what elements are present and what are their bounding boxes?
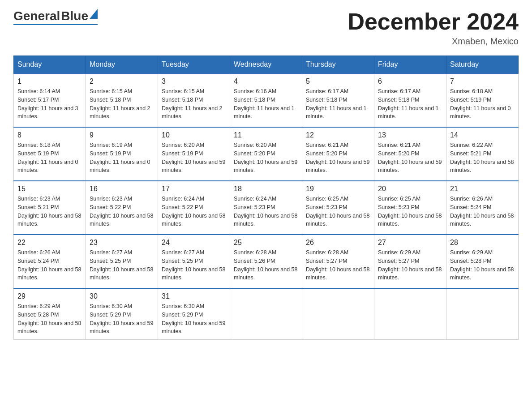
calendar-cell: 3 Sunrise: 6:15 AM Sunset: 5:18 PM Dayli…	[158, 73, 230, 127]
logo: General Blue	[13, 9, 98, 25]
day-number: 25	[234, 239, 298, 247]
calendar-cell: 15 Sunrise: 6:23 AM Sunset: 5:21 PM Dayl…	[14, 181, 86, 235]
calendar-cell: 23 Sunrise: 6:27 AM Sunset: 5:25 PM Dayl…	[86, 235, 158, 288]
day-info: Sunrise: 6:25 AM Sunset: 5:23 PM Dayligh…	[378, 195, 442, 228]
day-number: 6	[378, 77, 442, 86]
day-info: Sunrise: 6:29 AM Sunset: 5:27 PM Dayligh…	[378, 248, 442, 282]
day-number: 22	[17, 239, 82, 247]
day-info: Sunrise: 6:25 AM Sunset: 5:23 PM Dayligh…	[306, 195, 370, 228]
calendar-cell: 25 Sunrise: 6:28 AM Sunset: 5:26 PM Dayl…	[230, 235, 302, 288]
day-number: 20	[378, 185, 442, 193]
calendar-week-row: 1 Sunrise: 6:14 AM Sunset: 5:17 PM Dayli…	[14, 73, 519, 127]
calendar-cell: 22 Sunrise: 6:26 AM Sunset: 5:24 PM Dayl…	[14, 235, 86, 288]
day-info: Sunrise: 6:17 AM Sunset: 5:18 PM Dayligh…	[306, 87, 370, 121]
day-number: 9	[90, 131, 154, 139]
calendar-cell: 30 Sunrise: 6:30 AM Sunset: 5:29 PM Dayl…	[86, 288, 158, 340]
day-number: 8	[17, 131, 82, 139]
calendar-cell: 2 Sunrise: 6:15 AM Sunset: 5:18 PM Dayli…	[86, 73, 158, 127]
day-info: Sunrise: 6:26 AM Sunset: 5:24 PM Dayligh…	[17, 248, 82, 282]
day-info: Sunrise: 6:29 AM Sunset: 5:28 PM Dayligh…	[17, 302, 82, 336]
logo-general-text: General	[13, 9, 60, 23]
day-info: Sunrise: 6:28 AM Sunset: 5:26 PM Dayligh…	[234, 248, 298, 282]
day-number: 11	[234, 131, 298, 139]
day-info: Sunrise: 6:18 AM Sunset: 5:19 PM Dayligh…	[17, 141, 82, 175]
day-info: Sunrise: 6:23 AM Sunset: 5:22 PM Dayligh…	[90, 195, 154, 228]
day-info: Sunrise: 6:24 AM Sunset: 5:23 PM Dayligh…	[234, 195, 298, 228]
day-info: Sunrise: 6:20 AM Sunset: 5:19 PM Dayligh…	[162, 141, 226, 175]
day-number: 2	[90, 77, 154, 86]
month-title: December 2024	[348, 9, 519, 34]
day-number: 17	[162, 185, 226, 193]
weekday-header-saturday: Saturday	[446, 56, 519, 74]
day-info: Sunrise: 6:30 AM Sunset: 5:29 PM Dayligh…	[90, 302, 154, 336]
calendar-cell: 4 Sunrise: 6:16 AM Sunset: 5:18 PM Dayli…	[230, 73, 302, 127]
calendar-week-row: 29 Sunrise: 6:29 AM Sunset: 5:28 PM Dayl…	[14, 288, 519, 340]
calendar-cell	[446, 288, 519, 340]
calendar-cell	[374, 288, 446, 340]
day-info: Sunrise: 6:21 AM Sunset: 5:20 PM Dayligh…	[378, 141, 442, 175]
weekday-header-friday: Friday	[374, 56, 446, 74]
day-number: 3	[162, 77, 226, 86]
calendar-cell: 13 Sunrise: 6:21 AM Sunset: 5:20 PM Dayl…	[374, 127, 446, 181]
calendar-cell: 8 Sunrise: 6:18 AM Sunset: 5:19 PM Dayli…	[14, 127, 86, 181]
day-info: Sunrise: 6:15 AM Sunset: 5:18 PM Dayligh…	[162, 87, 226, 121]
page-header: General Blue December 2024 Xmaben, Mexic…	[13, 9, 519, 47]
calendar-cell: 27 Sunrise: 6:29 AM Sunset: 5:27 PM Dayl…	[374, 235, 446, 288]
day-info: Sunrise: 6:19 AM Sunset: 5:19 PM Dayligh…	[90, 141, 154, 175]
day-number: 19	[306, 185, 370, 193]
weekday-header-thursday: Thursday	[302, 56, 374, 74]
calendar-week-row: 8 Sunrise: 6:18 AM Sunset: 5:19 PM Dayli…	[14, 127, 519, 181]
weekday-header-monday: Monday	[86, 56, 158, 74]
day-info: Sunrise: 6:22 AM Sunset: 5:21 PM Dayligh…	[450, 141, 515, 175]
logo-blue-text: Blue	[61, 9, 88, 23]
day-number: 24	[162, 239, 226, 247]
calendar-cell: 6 Sunrise: 6:17 AM Sunset: 5:18 PM Dayli…	[374, 73, 446, 127]
day-number: 12	[306, 131, 370, 139]
day-number: 14	[450, 131, 515, 139]
day-number: 29	[17, 292, 82, 300]
svg-marker-0	[90, 9, 98, 19]
calendar-table: SundayMondayTuesdayWednesdayThursdayFrid…	[13, 56, 519, 340]
weekday-header-tuesday: Tuesday	[158, 56, 230, 74]
day-number: 18	[234, 185, 298, 193]
calendar-cell: 10 Sunrise: 6:20 AM Sunset: 5:19 PM Dayl…	[158, 127, 230, 181]
day-info: Sunrise: 6:24 AM Sunset: 5:22 PM Dayligh…	[162, 195, 226, 228]
title-section: December 2024 Xmaben, Mexico	[348, 9, 519, 47]
day-info: Sunrise: 6:27 AM Sunset: 5:25 PM Dayligh…	[162, 248, 226, 282]
day-number: 5	[306, 77, 370, 86]
day-number: 27	[378, 239, 442, 247]
day-number: 1	[17, 77, 82, 86]
day-number: 7	[450, 77, 515, 86]
calendar-cell: 19 Sunrise: 6:25 AM Sunset: 5:23 PM Dayl…	[302, 181, 374, 235]
day-number: 13	[378, 131, 442, 139]
weekday-header-wednesday: Wednesday	[230, 56, 302, 74]
location-subtitle: Xmaben, Mexico	[348, 36, 519, 47]
calendar-cell: 5 Sunrise: 6:17 AM Sunset: 5:18 PM Dayli…	[302, 73, 374, 127]
calendar-cell: 29 Sunrise: 6:29 AM Sunset: 5:28 PM Dayl…	[14, 288, 86, 340]
calendar-cell: 1 Sunrise: 6:14 AM Sunset: 5:17 PM Dayli…	[14, 73, 86, 127]
calendar-cell	[302, 288, 374, 340]
calendar-cell: 9 Sunrise: 6:19 AM Sunset: 5:19 PM Dayli…	[86, 127, 158, 181]
calendar-cell: 14 Sunrise: 6:22 AM Sunset: 5:21 PM Dayl…	[446, 127, 519, 181]
day-info: Sunrise: 6:20 AM Sunset: 5:20 PM Dayligh…	[234, 141, 298, 175]
day-info: Sunrise: 6:28 AM Sunset: 5:27 PM Dayligh…	[306, 248, 370, 282]
day-info: Sunrise: 6:18 AM Sunset: 5:19 PM Dayligh…	[450, 87, 515, 121]
day-info: Sunrise: 6:21 AM Sunset: 5:20 PM Dayligh…	[306, 141, 370, 175]
day-number: 31	[162, 292, 226, 300]
day-number: 30	[90, 292, 154, 300]
day-info: Sunrise: 6:30 AM Sunset: 5:29 PM Dayligh…	[162, 302, 226, 336]
weekday-header-sunday: Sunday	[14, 56, 86, 74]
day-number: 4	[234, 77, 298, 86]
calendar-cell: 7 Sunrise: 6:18 AM Sunset: 5:19 PM Dayli…	[446, 73, 519, 127]
day-info: Sunrise: 6:29 AM Sunset: 5:28 PM Dayligh…	[450, 248, 515, 282]
calendar-cell: 18 Sunrise: 6:24 AM Sunset: 5:23 PM Dayl…	[230, 181, 302, 235]
day-info: Sunrise: 6:23 AM Sunset: 5:21 PM Dayligh…	[17, 195, 82, 228]
calendar-cell: 11 Sunrise: 6:20 AM Sunset: 5:20 PM Dayl…	[230, 127, 302, 181]
calendar-cell: 12 Sunrise: 6:21 AM Sunset: 5:20 PM Dayl…	[302, 127, 374, 181]
day-number: 21	[450, 185, 515, 193]
day-info: Sunrise: 6:15 AM Sunset: 5:18 PM Dayligh…	[90, 87, 154, 121]
day-number: 15	[17, 185, 82, 193]
day-number: 23	[90, 239, 154, 247]
calendar-week-row: 15 Sunrise: 6:23 AM Sunset: 5:21 PM Dayl…	[14, 181, 519, 235]
calendar-cell: 24 Sunrise: 6:27 AM Sunset: 5:25 PM Dayl…	[158, 235, 230, 288]
